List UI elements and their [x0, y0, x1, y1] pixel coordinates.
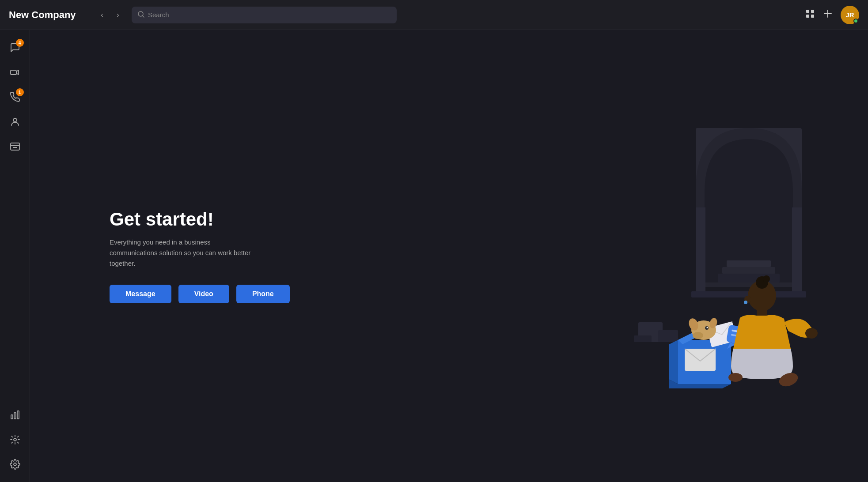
- svg-rect-8: [11, 70, 16, 75]
- svg-point-32: [693, 332, 703, 339]
- video-button[interactable]: Video: [178, 285, 229, 303]
- get-started-description: Everything you need in a business commun…: [110, 237, 260, 269]
- phone-button[interactable]: Phone: [236, 285, 290, 303]
- grid-icon[interactable]: [805, 9, 815, 21]
- nav-arrows: ‹ ›: [95, 8, 125, 22]
- svg-rect-3: [811, 10, 814, 13]
- main-layout: 4 1: [0, 30, 868, 482]
- svg-rect-12: [14, 413, 16, 419]
- svg-point-9: [13, 118, 17, 122]
- sidebar: 4 1: [0, 30, 30, 482]
- topbar: New Company ‹ › J: [0, 0, 868, 30]
- sidebar-item-video[interactable]: [4, 62, 26, 83]
- avatar[interactable]: JR: [841, 6, 859, 24]
- svg-rect-11: [11, 415, 13, 419]
- illustration-area: [594, 119, 824, 393]
- sidebar-item-inbox[interactable]: [4, 136, 26, 157]
- svg-point-14: [14, 438, 16, 441]
- sidebar-item-integrations[interactable]: [4, 429, 26, 450]
- svg-point-41: [744, 301, 747, 304]
- svg-rect-13: [17, 411, 19, 419]
- svg-point-45: [728, 373, 743, 382]
- sidebar-bottom: [4, 404, 26, 475]
- topbar-right: JR: [805, 6, 859, 24]
- svg-rect-4: [806, 15, 809, 18]
- svg-rect-2: [806, 10, 809, 13]
- illustration-svg: [594, 119, 824, 393]
- svg-rect-24: [658, 330, 678, 342]
- svg-rect-10: [11, 143, 19, 150]
- app-title: New Company: [9, 9, 88, 21]
- svg-rect-21: [792, 207, 802, 296]
- svg-point-15: [14, 463, 16, 466]
- sidebar-item-messages[interactable]: 4: [4, 37, 26, 58]
- svg-rect-25: [634, 335, 652, 342]
- phone-badge: 1: [16, 88, 24, 96]
- get-started-title: Get started!: [110, 209, 290, 230]
- search-icon: [138, 11, 144, 19]
- search-input[interactable]: [148, 11, 390, 19]
- content-area: Get started! Everything you need in a bu…: [30, 30, 868, 482]
- svg-rect-5: [811, 15, 814, 18]
- sidebar-item-contacts[interactable]: [4, 111, 26, 132]
- messages-badge: 4: [16, 39, 24, 47]
- svg-rect-20: [696, 207, 705, 296]
- svg-rect-18: [722, 267, 775, 274]
- back-button[interactable]: ‹: [95, 8, 109, 22]
- online-indicator: [853, 19, 858, 23]
- message-button[interactable]: Message: [110, 285, 171, 303]
- sidebar-item-settings[interactable]: [4, 454, 26, 475]
- search-bar: [132, 7, 397, 23]
- svg-line-1: [143, 15, 144, 17]
- add-icon[interactable]: [823, 9, 833, 21]
- svg-rect-19: [718, 274, 780, 282]
- svg-point-39: [763, 275, 770, 282]
- svg-point-43: [805, 328, 818, 339]
- action-buttons: Message Video Phone: [110, 285, 290, 303]
- svg-rect-17: [727, 260, 771, 267]
- get-started-section: Get started! Everything you need in a bu…: [30, 209, 290, 303]
- svg-point-36: [707, 327, 708, 328]
- sidebar-item-analytics[interactable]: [4, 404, 26, 426]
- forward-button[interactable]: ›: [111, 8, 125, 22]
- sidebar-item-phone[interactable]: 1: [4, 87, 26, 108]
